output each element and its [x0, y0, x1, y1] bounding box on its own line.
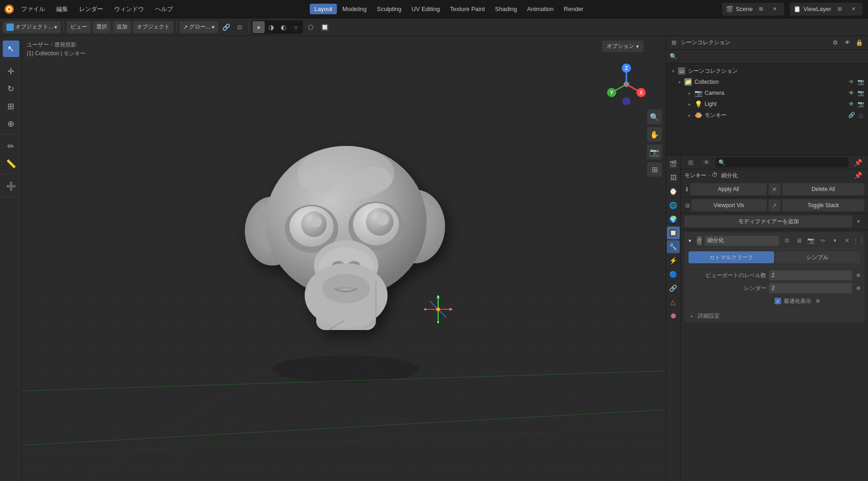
scene-close-icon[interactable]: ✕: [770, 4, 781, 15]
btn-add-modifier[interactable]: モディファイアーを追加: [684, 215, 852, 227]
btn-viewport-vis[interactable]: Viewport Vis: [691, 199, 767, 211]
btn-rendered-shading[interactable]: ◐: [278, 21, 289, 33]
prop-btn-material[interactable]: ⬟: [667, 309, 680, 322]
tool-rotate[interactable]: ↻: [3, 81, 19, 97]
btn-overlay[interactable]: ⬡: [305, 21, 317, 33]
modifier-edit-icon[interactable]: ✏: [818, 236, 828, 246]
tab-animation[interactable]: Animation: [522, 4, 558, 14]
options-button[interactable]: オプション ▾: [602, 41, 643, 52]
modifier-close-icon[interactable]: ✕: [842, 236, 852, 246]
monkey-link-icon[interactable]: 🔗: [848, 111, 855, 119]
btn-apply-all[interactable]: Apply All: [690, 183, 767, 195]
modifier-realtime-icon[interactable]: 🖥: [794, 236, 804, 246]
btn-viewport-x[interactable]: ↗: [769, 199, 781, 211]
advanced-collapse-arrow[interactable]: ▸: [689, 313, 695, 319]
modifier-name-input[interactable]: [705, 236, 779, 246]
tool-add-object[interactable]: ➕: [3, 178, 19, 195]
tool-select[interactable]: ↖: [3, 41, 19, 57]
viewport-gizmo[interactable]: Z X Y: [606, 64, 647, 105]
prop-btn-object[interactable]: 🔲: [667, 226, 680, 239]
btn-add[interactable]: 追加: [113, 21, 131, 33]
menu-window[interactable]: ウィンドウ: [110, 3, 149, 15]
prop-value-viewport-levels[interactable]: 2: [769, 270, 852, 280]
collection-eye-icon[interactable]: 👁: [848, 78, 855, 86]
properties-layout-icon[interactable]: ⊞: [684, 156, 697, 169]
pin-properties-icon[interactable]: 📌: [851, 169, 864, 182]
outliner-item-light[interactable]: ▸ 💡 Light 👁 📷: [666, 99, 868, 110]
prop-btn-viewlayer[interactable]: ⌚: [667, 185, 680, 198]
outliner-search-input[interactable]: [680, 53, 864, 60]
btn-ortho-view[interactable]: ⊞: [647, 162, 662, 177]
outliner-item-camera[interactable]: ▸ 📷 Camera 👁 📷: [666, 87, 868, 99]
tab-shading[interactable]: Shading: [491, 4, 522, 14]
prop-btn-constraints[interactable]: 🔗: [667, 282, 680, 295]
tab-catmull-clark[interactable]: カトマルクラーク: [689, 251, 774, 263]
prop-btn-data[interactable]: △: [667, 296, 680, 308]
btn-camera-view[interactable]: 📷: [647, 145, 662, 159]
add-mod-dropdown[interactable]: ▾: [852, 215, 864, 227]
outliner-item-monkey[interactable]: ▸ 🐵 モンキー 🔗 △: [666, 110, 868, 121]
btn-select[interactable]: 選択: [93, 21, 111, 33]
scene-name[interactable]: Scene: [736, 6, 753, 12]
prop-btn-output[interactable]: 🖼: [667, 171, 680, 184]
prop-btn-render[interactable]: 🎬: [667, 157, 680, 170]
btn-pan[interactable]: ✋: [647, 127, 662, 142]
viewlayer-name[interactable]: ViewLayer: [804, 6, 831, 12]
viewlayer-copy-icon[interactable]: ⊞: [834, 4, 845, 15]
prop-btn-modifier[interactable]: 🔧: [667, 240, 680, 253]
modifier-drag-icon[interactable]: ⋮⋮: [854, 236, 864, 246]
btn-transform[interactable]: ↗ グロー... ▾: [179, 21, 218, 33]
btn-solid-shading[interactable]: ●: [253, 21, 265, 33]
prop-value-render[interactable]: 2: [769, 283, 852, 293]
tab-simple[interactable]: シンプル: [775, 251, 861, 263]
monkey-mesh-icon[interactable]: △: [857, 111, 864, 119]
camera-render-icon[interactable]: 📷: [857, 89, 864, 97]
viewport[interactable]: ユーザー・透視投影 (1) Collection | モンキー オプション ▾: [22, 36, 665, 481]
properties-search-input[interactable]: [725, 159, 846, 166]
btn-zoom-magnify[interactable]: 🔍: [647, 110, 662, 124]
properties-view-icon[interactable]: 👁: [700, 156, 713, 169]
modifier-dropdown-icon[interactable]: ▾: [830, 236, 840, 246]
scene-copy-icon[interactable]: ⊞: [756, 4, 767, 15]
tool-annotate[interactable]: ✏: [3, 138, 19, 155]
btn-xray[interactable]: 🔲: [318, 21, 330, 33]
tool-measure[interactable]: 📏: [3, 156, 19, 172]
btn-snap[interactable]: 🔗: [220, 21, 232, 33]
btn-view[interactable]: ビュー: [67, 21, 91, 33]
btn-object[interactable]: オブジェクト: [133, 21, 174, 33]
tool-move[interactable]: ✛: [3, 63, 19, 80]
tool-scale[interactable]: ⊞: [3, 98, 19, 115]
tab-uv-editing[interactable]: UV Editing: [407, 4, 444, 14]
menu-render[interactable]: レンダー: [75, 3, 108, 15]
btn-proportional[interactable]: ⊙: [234, 21, 246, 33]
tab-texture-paint[interactable]: Texture Paint: [446, 4, 490, 14]
tab-sculpting[interactable]: Sculpting: [372, 4, 406, 14]
checkbox-optimize-display[interactable]: ✓: [775, 298, 781, 304]
btn-toggle-stack[interactable]: Toggle Stack: [782, 199, 865, 211]
btn-restrict[interactable]: 🔒: [854, 38, 864, 48]
tab-modeling[interactable]: Modeling: [338, 4, 371, 14]
btn-eye[interactable]: 👁: [842, 38, 852, 48]
modifier-filter-icon[interactable]: ⚙: [782, 236, 792, 246]
outliner-item-scene-collection[interactable]: ▾ 🗂 シーンコレクション: [666, 65, 868, 76]
btn-delete-all[interactable]: Delete All: [782, 183, 865, 195]
menu-file[interactable]: ファイル: [17, 3, 50, 15]
menu-help[interactable]: ヘルプ: [150, 3, 178, 15]
modifier-render-icon[interactable]: 📷: [806, 236, 816, 246]
pin-icon[interactable]: 📌: [851, 156, 864, 169]
tab-render[interactable]: Render: [559, 4, 588, 14]
tab-layout[interactable]: Layout: [310, 4, 337, 14]
btn-apply-x[interactable]: ✕: [769, 183, 781, 195]
light-render-icon[interactable]: 📷: [857, 100, 864, 108]
prop-btn-world[interactable]: 🌍: [667, 213, 680, 226]
viewlayer-close-icon[interactable]: ✕: [848, 4, 859, 15]
prop-btn-particles[interactable]: ⚡: [667, 254, 680, 267]
btn-matcap-shading[interactable]: ◑: [265, 21, 277, 33]
btn-filter[interactable]: ⚙: [830, 38, 840, 48]
collection-camera-icon[interactable]: 📷: [857, 78, 864, 86]
prop-btn-physics[interactable]: 🔵: [667, 268, 680, 281]
mode-selector[interactable]: オブジェクト... ▾: [3, 21, 61, 33]
camera-eye-icon[interactable]: 👁: [848, 89, 855, 97]
tool-transform[interactable]: ⊕: [3, 116, 19, 132]
btn-eevee-shading[interactable]: ○: [290, 21, 302, 33]
